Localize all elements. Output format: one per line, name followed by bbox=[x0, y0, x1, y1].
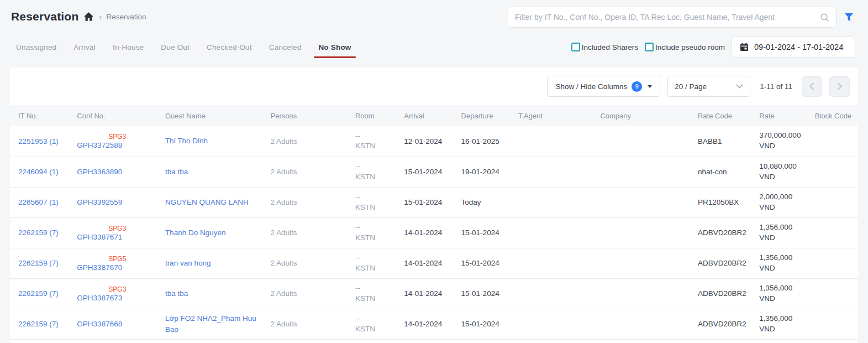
cell-block-code bbox=[811, 248, 858, 278]
guest-name-link[interactable]: Thanh Do Nguyen bbox=[165, 228, 226, 237]
cell-guest-name: tran van hong bbox=[161, 248, 266, 278]
guest-name-link[interactable]: Thi Tho Dinh bbox=[165, 137, 208, 145]
table-row[interactable]: 2262159 (7)SPG5GPH3387670tran van hong2 … bbox=[10, 248, 858, 278]
cell-arrival: 15-01-2024 bbox=[399, 157, 456, 187]
it-no-link[interactable]: 2262159 (7) bbox=[18, 259, 59, 267]
rate-currency: VND bbox=[759, 294, 806, 304]
guest-name-link[interactable]: NGUYEN QUANG LANH bbox=[165, 198, 249, 206]
checkbox-icon[interactable] bbox=[645, 43, 654, 51]
column-header-rate-code: Rate Code bbox=[693, 105, 755, 126]
rate-amount: 1,356,000 bbox=[759, 283, 806, 294]
it-no-link[interactable]: 2262159 (7) bbox=[18, 320, 59, 328]
conf-no-link[interactable]: GPH3392559 bbox=[77, 198, 122, 206]
previous-page-button[interactable] bbox=[802, 76, 822, 97]
cell-block-code bbox=[811, 126, 858, 157]
cell-room: --KSTN bbox=[351, 278, 399, 309]
checkbox-label: Included Sharers bbox=[582, 43, 638, 51]
page-size-value: 20 / Page bbox=[675, 82, 707, 91]
rate-amount: 1,356,000 bbox=[759, 314, 806, 324]
page-title: Reservation bbox=[11, 10, 78, 23]
cell-rate: 1,356,000VND bbox=[755, 217, 810, 248]
cell-block-code bbox=[811, 278, 858, 309]
it-no-link[interactable]: 2262159 (7) bbox=[18, 289, 59, 298]
checkbox-include-pseudo-room[interactable]: Include pseudo room bbox=[645, 43, 725, 51]
cell-rate: 2,000,000VND bbox=[755, 187, 810, 217]
cell-company bbox=[596, 248, 693, 278]
guest-name-link[interactable]: Lớp FO2 NHA2_Pham Huu Bao bbox=[165, 314, 256, 334]
column-header-it-no-: IT No. bbox=[10, 105, 72, 126]
rate-currency: VND bbox=[759, 263, 806, 274]
cell-rate-code: nhat-con bbox=[693, 157, 755, 187]
conf-no-link[interactable]: GPH3372588 bbox=[77, 141, 122, 149]
conf-no-link[interactable]: GPH3387671 bbox=[77, 233, 122, 241]
cell-persons: 2 Adults bbox=[266, 248, 351, 278]
column-header-departure: Departure bbox=[457, 105, 514, 126]
date-range-picker[interactable]: 09-01-2024 - 17-01-2024 bbox=[732, 37, 855, 58]
cell-t-agent bbox=[514, 309, 596, 339]
table-row[interactable]: 2262159 (7)GPH3387668Lớp FO2 NHA2_Pham H… bbox=[10, 309, 858, 339]
cell-room: --KSTN bbox=[351, 157, 399, 187]
tab-canceled[interactable]: Canceled bbox=[268, 33, 303, 61]
table-row[interactable]: 2262159 (7)SPG3GPH3387673tba tba2 Adults… bbox=[10, 278, 858, 309]
search-icon[interactable] bbox=[820, 13, 829, 22]
page-size-select[interactable]: 20 / Page bbox=[667, 76, 750, 97]
cell-block-code bbox=[811, 157, 858, 187]
rate-currency: VND bbox=[759, 172, 806, 183]
tab-no-show[interactable]: No Show bbox=[317, 33, 352, 61]
table-row[interactable]: 2251953 (1)SPG3GPH3372588Thi Tho Dinh2 A… bbox=[10, 126, 858, 157]
it-no-link[interactable]: 2251953 (1) bbox=[18, 137, 59, 145]
cell-guest-name: Thi Tho Dinh bbox=[161, 126, 266, 157]
search-box[interactable] bbox=[508, 7, 837, 28]
room-type: KSTN bbox=[355, 233, 395, 243]
filter-icon[interactable] bbox=[844, 13, 854, 22]
table-row[interactable]: 2246094 (1)GPH3363890tba tba2 Adults--KS… bbox=[10, 157, 858, 187]
cell-it-no: 2251953 (1) bbox=[10, 126, 72, 157]
rate-amount: 10,080,000 bbox=[759, 162, 806, 172]
cell-arrival: 12-01-2024 bbox=[399, 126, 456, 157]
next-page-button[interactable] bbox=[829, 76, 850, 97]
rate-currency: VND bbox=[759, 324, 806, 335]
checkbox-icon[interactable] bbox=[571, 43, 580, 51]
guest-name-link[interactable]: tba tba bbox=[165, 168, 188, 176]
column-header-rate: Rate bbox=[755, 105, 810, 126]
it-no-link[interactable]: 2262159 (7) bbox=[18, 228, 59, 237]
date-range-value: 09-01-2024 - 17-01-2024 bbox=[754, 43, 843, 51]
table-row[interactable]: 2265607 (1)GPH3392559NGUYEN QUANG LANH2 … bbox=[10, 187, 858, 217]
breadcrumb-item[interactable]: Reservation bbox=[106, 13, 146, 21]
it-no-link[interactable]: 2265607 (1) bbox=[18, 198, 59, 206]
conf-no-link[interactable]: GPH3387668 bbox=[77, 320, 122, 328]
rate-currency: VND bbox=[759, 141, 806, 152]
cell-arrival: 14-01-2024 bbox=[399, 278, 456, 309]
cell-rate-code: ADBVD20BR2 bbox=[693, 309, 755, 339]
guest-name-link[interactable]: tba tba bbox=[165, 289, 188, 298]
cell-rate-code: ADBVD20BR2 bbox=[693, 278, 755, 309]
cell-block-code bbox=[811, 187, 858, 217]
tab-in-house[interactable]: In-House bbox=[112, 33, 145, 61]
guest-name-link[interactable]: tran van hong bbox=[165, 259, 211, 267]
chevron-down-icon bbox=[736, 84, 743, 89]
column-header-room: Room bbox=[351, 105, 399, 126]
cell-departure: 15-01-2024 bbox=[457, 309, 514, 339]
room-status: -- bbox=[355, 253, 395, 263]
it-no-link[interactable]: 2246094 (1) bbox=[18, 168, 59, 176]
conf-no-link[interactable]: GPH3363890 bbox=[77, 168, 122, 176]
tab-arrival[interactable]: Arrival bbox=[72, 33, 97, 61]
cell-company bbox=[596, 126, 693, 157]
conf-no-link[interactable]: GPH3387670 bbox=[77, 263, 122, 272]
room-status: -- bbox=[355, 314, 395, 324]
room-type: KSTN bbox=[355, 172, 395, 182]
table-row[interactable]: 2262159 (7)SPG3GPH3387671Thanh Do Nguyen… bbox=[10, 217, 858, 248]
cell-room: --KSTN bbox=[351, 248, 399, 278]
search-input[interactable] bbox=[515, 13, 820, 22]
checkbox-included-sharers[interactable]: Included Sharers bbox=[571, 43, 638, 51]
show-hide-columns-button[interactable]: Show / Hide Columns 9 bbox=[547, 76, 660, 97]
cell-conf-no: SPG5GPH3387670 bbox=[72, 248, 161, 278]
cell-it-no: 2262159 (7) bbox=[10, 309, 72, 339]
tab-unassigned[interactable]: Unassigned bbox=[15, 33, 57, 61]
room-status: -- bbox=[355, 192, 395, 202]
tab-due-out[interactable]: Due Out bbox=[160, 33, 191, 61]
conf-no-link[interactable]: GPH3387673 bbox=[77, 294, 122, 302]
home-icon[interactable] bbox=[84, 12, 93, 21]
reservation-table-body: 2251953 (1)SPG3GPH3372588Thi Tho Dinh2 A… bbox=[10, 126, 858, 339]
tab-checked-out[interactable]: Checked-Out bbox=[206, 33, 253, 61]
